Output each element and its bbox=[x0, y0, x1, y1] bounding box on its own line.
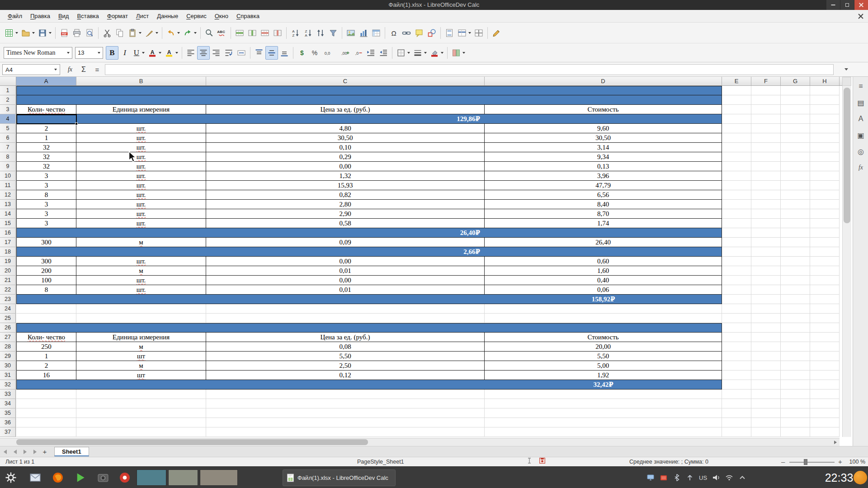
cell-D22[interactable]: 0,06 bbox=[485, 285, 722, 295]
cell-D14[interactable]: 8,70 bbox=[485, 209, 722, 219]
menu-item-Вставка[interactable]: Вставка bbox=[73, 10, 103, 23]
cell-G25[interactable] bbox=[781, 314, 810, 323]
cell-F5[interactable] bbox=[751, 124, 781, 133]
cell-A30[interactable]: 2 bbox=[16, 361, 76, 371]
open-button[interactable] bbox=[19, 26, 36, 40]
chevron-down-icon[interactable] bbox=[142, 52, 145, 54]
cell-D5[interactable]: 9,60 bbox=[485, 124, 722, 133]
cell-C15[interactable]: 0,58 bbox=[206, 219, 485, 228]
row-header-19[interactable]: 19 bbox=[0, 257, 16, 266]
cell-E1[interactable] bbox=[722, 86, 751, 95]
cell-G24[interactable] bbox=[781, 304, 810, 314]
insert-comment-button[interactable] bbox=[413, 26, 425, 40]
row-header-10[interactable]: 10 bbox=[0, 171, 16, 181]
undo-button[interactable] bbox=[165, 26, 181, 40]
cell-C5[interactable]: 4,80 bbox=[206, 124, 485, 133]
pivot-table-button[interactable] bbox=[370, 26, 382, 40]
cell-B10[interactable]: шт. bbox=[76, 171, 206, 181]
cell-H34[interactable] bbox=[810, 399, 840, 408]
column-header-C[interactable]: C bbox=[206, 77, 485, 85]
number-format-button[interactable]: 0,0 bbox=[321, 46, 334, 60]
cell-C20[interactable]: 0,01 bbox=[206, 266, 485, 276]
row-header-31[interactable]: 31 bbox=[0, 371, 16, 380]
cell-G7[interactable] bbox=[781, 143, 810, 152]
row-header-8[interactable]: 8 bbox=[0, 152, 16, 162]
cell-D30[interactable]: 5,00 bbox=[485, 361, 722, 371]
cell-F14[interactable] bbox=[751, 209, 781, 219]
cell-F37[interactable] bbox=[751, 427, 781, 437]
cell-G4[interactable] bbox=[781, 114, 810, 124]
cell-E9[interactable] bbox=[722, 162, 751, 171]
increase-indent-button[interactable] bbox=[364, 46, 377, 60]
row-header-5[interactable]: 5 bbox=[0, 124, 16, 133]
add-sheet-button[interactable]: + bbox=[40, 447, 50, 456]
cell-B37[interactable] bbox=[76, 427, 206, 437]
cell-E23[interactable] bbox=[722, 295, 751, 304]
cell-A25[interactable] bbox=[16, 314, 76, 323]
chevron-down-icon[interactable] bbox=[156, 32, 158, 34]
freeze-panes-button[interactable] bbox=[456, 26, 472, 40]
cell-G3[interactable] bbox=[781, 105, 810, 114]
cell-H13[interactable] bbox=[810, 200, 840, 209]
cell-A29[interactable]: 1 bbox=[16, 352, 76, 361]
cell-A17[interactable]: 300 bbox=[16, 238, 76, 247]
menu-item-Файл[interactable]: Файл bbox=[4, 10, 26, 23]
row-header-16[interactable]: 16 bbox=[0, 228, 16, 238]
zoom-slider[interactable] bbox=[789, 462, 835, 463]
cell-E25[interactable] bbox=[722, 314, 751, 323]
vertical-scrollbar-thumb[interactable] bbox=[844, 88, 850, 223]
cut-button[interactable] bbox=[101, 26, 113, 40]
cell-A28[interactable]: 250 bbox=[16, 342, 76, 352]
window-preview-1[interactable] bbox=[137, 469, 166, 486]
cell-C11[interactable]: 15,93 bbox=[206, 181, 485, 190]
cell-B33[interactable] bbox=[76, 389, 206, 399]
row-header-37[interactable]: 37 bbox=[0, 427, 16, 437]
window-preview-2[interactable] bbox=[168, 469, 198, 486]
cell-A21[interactable]: 100 bbox=[16, 276, 76, 285]
cell-H35[interactable] bbox=[810, 408, 840, 418]
cell-G9[interactable] bbox=[781, 162, 810, 171]
cell-G16[interactable] bbox=[781, 228, 810, 238]
row-header-24[interactable]: 24 bbox=[0, 304, 16, 314]
cell-G8[interactable] bbox=[781, 152, 810, 162]
cell-G14[interactable] bbox=[781, 209, 810, 219]
cell-E21[interactable] bbox=[722, 276, 751, 285]
cell-F2[interactable] bbox=[751, 95, 781, 105]
special-character-button[interactable]: Ω bbox=[387, 26, 400, 40]
menu-item-Лист[interactable]: Лист bbox=[132, 10, 153, 23]
taskbar-clock[interactable]: 22:33 bbox=[823, 467, 855, 488]
cell-A5[interactable]: 2 bbox=[16, 124, 76, 133]
cell-H14[interactable] bbox=[810, 209, 840, 219]
cell-H36[interactable] bbox=[810, 418, 840, 427]
borders-button[interactable] bbox=[395, 46, 411, 60]
cell-F24[interactable] bbox=[751, 304, 781, 314]
cell-G21[interactable] bbox=[781, 276, 810, 285]
window-preview-3[interactable] bbox=[200, 469, 238, 486]
total-value-D32[interactable]: 32,42₽ bbox=[485, 380, 722, 389]
chevron-down-icon[interactable] bbox=[177, 32, 180, 34]
sort-descending-button[interactable]: ZA bbox=[302, 26, 314, 40]
cell-H29[interactable] bbox=[810, 352, 840, 361]
cell-C25[interactable] bbox=[206, 314, 485, 323]
cell-G36[interactable] bbox=[781, 418, 810, 427]
cell-G6[interactable] bbox=[781, 133, 810, 143]
conditional-formatting-button[interactable] bbox=[450, 46, 467, 60]
select-all-corner[interactable] bbox=[0, 77, 16, 86]
currency-button[interactable]: $ bbox=[296, 46, 308, 60]
active-window-button[interactable]: Файл(1).xlsx - LibreOfficeDev Calc bbox=[283, 469, 396, 486]
cell-C30[interactable]: 2,50 bbox=[206, 361, 485, 371]
cell-D19[interactable]: 0,60 bbox=[485, 257, 722, 266]
cell-F36[interactable] bbox=[751, 418, 781, 427]
draw-functions-button[interactable] bbox=[425, 26, 438, 40]
align-center-button[interactable] bbox=[197, 46, 210, 60]
cell-G31[interactable] bbox=[781, 371, 810, 380]
cell-H10[interactable] bbox=[810, 171, 840, 181]
cell-F1[interactable] bbox=[751, 86, 781, 95]
cell-A35[interactable] bbox=[16, 408, 76, 418]
column-header-E[interactable]: E bbox=[722, 77, 751, 85]
chevron-down-icon[interactable] bbox=[468, 32, 471, 34]
horizontal-scrollbar[interactable] bbox=[0, 438, 840, 446]
cell-D3[interactable]: Стоимость bbox=[485, 105, 722, 114]
row-header-1[interactable]: 1 bbox=[0, 86, 16, 95]
copy-button[interactable] bbox=[113, 26, 126, 40]
